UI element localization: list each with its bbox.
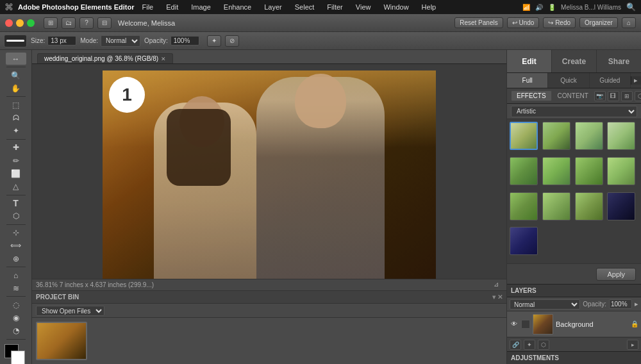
tab-create[interactable]: Create <box>552 50 597 72</box>
canvas-tab-wedding[interactable]: wedding_original.png @ 36.8% (RGB/8) ✕ <box>37 53 173 63</box>
background-color[interactable] <box>11 351 25 364</box>
icon-grid-btn[interactable]: ⊟ <box>97 17 112 29</box>
effects-tab[interactable]: EFFECTS <box>511 90 552 101</box>
text-tool[interactable]: T <box>6 197 26 209</box>
zoom-tool[interactable]: 🔍 <box>6 69 26 81</box>
canvas-tab-close[interactable]: ✕ <box>161 56 166 62</box>
size-input[interactable] <box>47 36 76 46</box>
layer-link-btn[interactable]: 🔗 <box>510 340 521 350</box>
icon-nav-btn[interactable]: 🗂 <box>62 17 76 29</box>
menu-help[interactable]: Help <box>419 3 439 11</box>
menu-image[interactable]: Image <box>188 3 213 11</box>
tab-share[interactable]: Share <box>597 50 641 72</box>
layer-options-arrow[interactable]: ▸ <box>635 300 638 308</box>
redeye-tool[interactable]: ⊕ <box>6 252 26 265</box>
effect-thumb-7[interactable] <box>607 157 635 185</box>
effects-icon-film[interactable]: 🎞 <box>608 91 619 101</box>
effect-thumb-11[interactable] <box>607 192 635 220</box>
redo-button[interactable]: ↪ Redo <box>543 17 576 28</box>
effect-thumb-8[interactable] <box>510 192 538 220</box>
menu-edit[interactable]: Edit <box>163 3 181 11</box>
menu-view[interactable]: View <box>353 3 374 11</box>
layer-lock-icon: 🔒 <box>631 320 638 329</box>
menu-file[interactable]: File <box>140 3 156 11</box>
blur-tool[interactable]: ◌ <box>6 299 26 311</box>
layer-mode-select[interactable]: Normal Multiply Screen Overlay <box>510 299 580 310</box>
opacity-input[interactable] <box>171 36 199 46</box>
effect-thumb-3[interactable] <box>607 122 635 150</box>
paint-bucket-tool[interactable]: △ <box>6 180 26 192</box>
menu-layer[interactable]: Layer <box>262 3 285 11</box>
marquee-tool[interactable]: ⬚ <box>6 99 26 111</box>
lasso-tool[interactable]: ᗣ <box>6 112 26 124</box>
tool-sep-5 <box>6 224 26 225</box>
layer-opacity-input[interactable] <box>609 299 632 309</box>
custom-shape-tool[interactable]: ⬡ <box>6 210 26 222</box>
reset-panels-button[interactable]: Reset Panels <box>454 17 503 28</box>
subtab-guided[interactable]: Guided <box>590 73 631 88</box>
layer-options-btn[interactable]: ▸ <box>627 340 638 350</box>
color-picker[interactable] <box>4 344 28 364</box>
canvas-tab-name: wedding_original.png @ 36.8% (RGB/8) <box>44 55 158 62</box>
menu-window[interactable]: Window <box>381 3 411 11</box>
filter-category-select[interactable]: Artistic Blur Brush Strokes Distort Sket… <box>511 106 637 117</box>
home-button[interactable]: ⌂ <box>622 17 636 28</box>
effect-thumb-2[interactable] <box>575 122 603 150</box>
eraser-tool[interactable]: ⬜ <box>6 167 26 179</box>
effects-icon-texture[interactable]: ⊞ <box>621 91 633 101</box>
project-bin-collapse[interactable]: ▾ ✕ <box>492 294 503 301</box>
brush-tool[interactable]: ✏ <box>6 154 26 167</box>
content-tab[interactable]: CONTENT <box>552 90 594 101</box>
subtab-quick[interactable]: Quick <box>548 73 589 88</box>
icon-help-btn[interactable]: ? <box>79 17 94 29</box>
tab-edit[interactable]: Edit <box>507 50 552 72</box>
brush-preview[interactable] <box>4 35 27 47</box>
subtab-full[interactable]: Full <box>507 73 548 88</box>
maximize-button[interactable] <box>27 19 35 27</box>
layer-mask-btn[interactable]: ⬡ <box>538 340 549 350</box>
menu-select[interactable]: Select <box>292 3 317 11</box>
straighten-tool[interactable]: ⟺ <box>6 240 26 252</box>
effect-thumb-6[interactable] <box>575 157 603 185</box>
organizer-button[interactable]: Organizer <box>579 17 618 28</box>
smart-brush-tool[interactable]: ⌂ <box>6 269 26 281</box>
move-tool[interactable]: ↔ <box>6 53 26 65</box>
apple-logo[interactable]: ⌘ <box>0 2 18 12</box>
layer-effects-btn[interactable]: ✦ <box>524 340 535 350</box>
brush-tablet-btn[interactable]: ⊘ <box>225 35 239 47</box>
effect-thumb-4[interactable] <box>510 157 538 185</box>
effect-thumb-1[interactable] <box>542 122 570 150</box>
menu-items: File Edit Image Enhance Layer Select Fil… <box>140 3 523 11</box>
subtab-more[interactable]: ▸ <box>631 76 641 85</box>
menu-filter[interactable]: Filter <box>324 3 345 11</box>
detail-brush-tool[interactable]: ≋ <box>6 282 26 294</box>
hand-tool[interactable]: ✋ <box>6 82 26 94</box>
effects-icon-frame[interactable]: ⬡ <box>635 91 641 101</box>
effect-thumb-10[interactable] <box>575 192 603 220</box>
airbrush-toggle[interactable]: ✦ <box>207 35 221 47</box>
project-bin-filter[interactable]: Show Open Files Show All Files <box>36 306 104 316</box>
quick-select-tool[interactable]: ✦ <box>6 125 26 137</box>
layer-row-background[interactable]: 👁 Background 🔒 <box>507 311 641 337</box>
undo-button[interactable]: ↩ Undo <box>507 17 540 28</box>
mode-select[interactable]: Normal Multiply Screen <box>101 35 140 47</box>
search-icon[interactable]: 🔍 <box>626 3 636 12</box>
healing-tool[interactable]: ✚ <box>6 142 26 154</box>
apply-button[interactable]: Apply <box>596 268 636 281</box>
effect-thumb-12[interactable] <box>510 227 538 255</box>
effect-thumb-0[interactable] <box>510 122 538 150</box>
layer-thumbnail <box>533 314 553 335</box>
thumbnail-item[interactable] <box>36 322 87 360</box>
minimize-button[interactable] <box>16 19 24 27</box>
effect-thumb-5[interactable] <box>542 157 570 185</box>
crop-tool[interactable]: ⊹ <box>6 227 26 239</box>
dodge-tool[interactable]: ◔ <box>6 325 26 337</box>
menu-enhance[interactable]: Enhance <box>221 3 254 11</box>
close-button[interactable] <box>5 19 13 27</box>
layer-visibility-eye[interactable]: 👁 <box>510 320 519 329</box>
icon-palette-btn[interactable]: ⊞ <box>44 17 58 29</box>
effects-icon-photo[interactable]: 📷 <box>594 91 606 101</box>
effect-thumb-9[interactable] <box>542 192 570 220</box>
resize-handle[interactable]: ⊿ <box>494 281 503 290</box>
sponge-tool[interactable]: ◉ <box>6 312 26 324</box>
